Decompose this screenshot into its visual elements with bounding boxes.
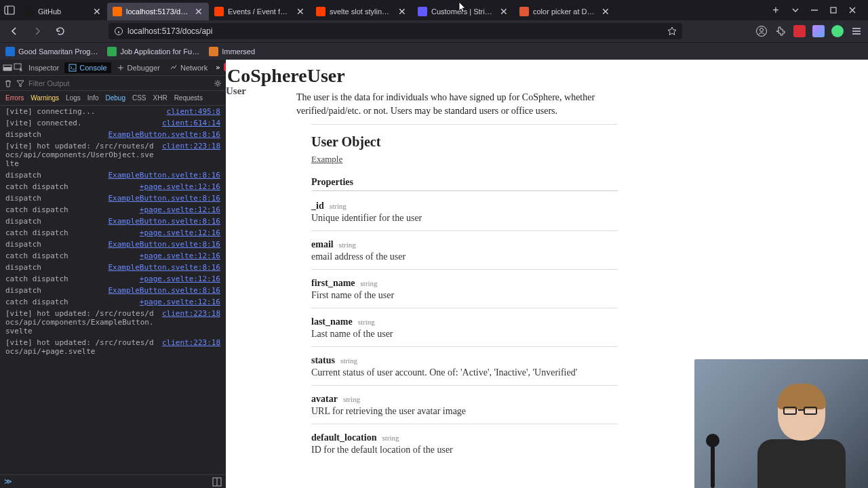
tab-inspector[interactable]: Inspector — [24, 62, 63, 73]
log-row[interactable]: dispatchExampleButton.svelte:8:16 — [0, 192, 226, 204]
log-row[interactable]: catch dispatch+page.svelte:12:16 — [0, 204, 226, 216]
log-row[interactable]: catch dispatch+page.svelte:12:16 — [0, 181, 226, 192]
bookmark-item[interactable]: Job Application for Fu… — [107, 47, 199, 56]
property-row: statusstringCurrent status of user accou… — [311, 347, 618, 386]
tab-close-icon[interactable]: ✕ — [92, 7, 102, 16]
url-field[interactable]: localhost:5173/docs/api — [108, 23, 682, 39]
new-tab-button[interactable]: + — [768, 2, 784, 18]
log-source-link[interactable]: ExampleButton.svelte:8:16 — [108, 286, 220, 295]
tab-label: GitHub — [38, 7, 88, 16]
log-source-link[interactable]: +page.svelte:12:16 — [140, 298, 220, 306]
filter-input[interactable] — [28, 79, 210, 87]
prop-name: email — [311, 239, 334, 249]
sidebar-toggle-icon[interactable] — [4, 5, 15, 16]
forward-button[interactable] — [28, 22, 46, 40]
trash-icon[interactable] — [4, 79, 12, 87]
log-cat-errors[interactable]: Errors — [5, 94, 24, 102]
minimize-icon[interactable] — [810, 5, 819, 15]
log-row[interactable]: [vite] hot updated: /src/routes/docs/api… — [0, 337, 226, 357]
log-row[interactable]: [vite] hot updated: /src/routes/docs/api… — [0, 308, 226, 337]
site-info-icon[interactable] — [114, 26, 123, 36]
log-source-link[interactable]: ExampleButton.svelte:8:16 — [108, 130, 220, 139]
tab-4[interactable]: Customers | Stripe API Re✕ — [412, 3, 514, 20]
log-source-link[interactable]: ExampleButton.svelte:8:16 — [108, 171, 220, 180]
tab-network[interactable]: Network — [165, 62, 212, 73]
split-console-icon[interactable] — [212, 477, 222, 487]
log-row[interactable]: [vite] hot updated: /src/routes/docs/api… — [0, 140, 226, 169]
log-source-link[interactable]: client:614:14 — [162, 119, 220, 127]
maximize-icon[interactable] — [829, 5, 838, 15]
tab-close-icon[interactable]: ✕ — [601, 7, 610, 16]
log-row[interactable]: dispatchExampleButton.svelte:8:16 — [0, 129, 226, 140]
log-source-link[interactable]: ExampleButton.svelte:8:16 — [108, 217, 220, 226]
tab-2[interactable]: Events / Event forwarding✕ — [209, 3, 311, 20]
log-row[interactable]: catch dispatch+page.svelte:12:16 — [0, 273, 226, 285]
bookmark-star-icon[interactable] — [667, 26, 677, 36]
log-row[interactable]: catch dispatch+page.svelte:12:16 — [0, 227, 226, 239]
reload-button[interactable] — [52, 22, 69, 40]
log-cat-logs[interactable]: Logs — [66, 94, 81, 102]
devtools-log[interactable]: [vite] connecting...client:495:8[vite] c… — [0, 106, 226, 474]
log-source-link[interactable]: +page.svelte:12:16 — [140, 228, 220, 237]
example-link[interactable]: Example — [311, 154, 342, 164]
log-source-link[interactable]: client:223:18 — [162, 309, 220, 336]
dt-overflow-icon[interactable]: » — [213, 63, 222, 73]
log-cat-requests[interactable]: Requests — [174, 94, 203, 102]
ext-green-icon[interactable] — [831, 25, 844, 37]
filter-icon[interactable] — [16, 79, 24, 87]
log-row[interactable]: dispatchExampleButton.svelte:8:16 — [0, 169, 226, 181]
tab-favicon — [316, 7, 326, 16]
close-window-icon[interactable] — [848, 5, 857, 15]
log-row[interactable]: catch dispatch+page.svelte:12:16 — [0, 296, 226, 308]
log-source-link[interactable]: +page.svelte:12:16 — [140, 182, 220, 191]
log-source-link[interactable]: client:495:8 — [167, 107, 220, 116]
tab-3[interactable]: svelte slot styling at DuckD✕ — [311, 3, 412, 20]
tab-close-icon[interactable]: ✕ — [397, 7, 407, 16]
console-prompt[interactable]: ≫ — [0, 474, 226, 488]
log-row[interactable]: [vite] connected.client:614:14 — [0, 117, 226, 129]
tabs-dropdown-icon[interactable] — [791, 5, 800, 15]
log-source-link[interactable]: client:223:18 — [162, 142, 220, 168]
log-source-link[interactable]: ExampleButton.svelte:8:16 — [108, 263, 220, 272]
settings-icon[interactable] — [214, 79, 222, 87]
object-heading: User Object — [311, 134, 618, 150]
ext-red-icon[interactable] — [793, 25, 806, 37]
tab-5[interactable]: color picker at DuckDuckG✕ — [514, 3, 616, 20]
log-row[interactable]: [vite] connecting...client:495:8 — [0, 106, 226, 117]
tab-favicon — [214, 7, 224, 16]
ext-purple-icon[interactable] — [812, 25, 825, 37]
log-row[interactable]: dispatchExampleButton.svelte:8:16 — [0, 239, 226, 250]
tab-close-icon[interactable]: ✕ — [296, 7, 305, 16]
dt-pick-icon[interactable] — [14, 63, 23, 73]
log-cat-xhr[interactable]: XHR — [153, 94, 167, 102]
extensions-icon[interactable] — [774, 25, 787, 37]
log-cat-debug[interactable]: Debug — [105, 94, 125, 102]
bookmark-item[interactable]: Good Samaritan Prog… — [5, 47, 98, 56]
log-cat-info[interactable]: Info — [87, 94, 99, 102]
tab-debugger[interactable]: Debugger — [113, 62, 164, 73]
doc-description: The user is the data for individuals who… — [296, 91, 622, 117]
app-menu-icon[interactable] — [850, 25, 863, 37]
log-row[interactable]: dispatchExampleButton.svelte:8:16 — [0, 285, 226, 296]
log-source-link[interactable]: ExampleButton.svelte:8:16 — [108, 240, 220, 249]
dt-dock-icon[interactable] — [3, 63, 12, 73]
log-row[interactable]: dispatchExampleButton.svelte:8:16 — [0, 262, 226, 273]
log-cat-warnings[interactable]: Warnings — [31, 94, 59, 102]
log-row[interactable]: dispatchExampleButton.svelte:8:16 — [0, 216, 226, 227]
log-source-link[interactable]: +page.svelte:12:16 — [140, 251, 220, 260]
url-text[interactable]: localhost:5173/docs/api — [127, 26, 663, 36]
back-button[interactable] — [5, 22, 23, 40]
log-source-link[interactable]: +page.svelte:12:16 — [140, 274, 220, 283]
log-row[interactable]: catch dispatch+page.svelte:12:16 — [0, 250, 226, 262]
log-source-link[interactable]: client:223:18 — [162, 338, 220, 356]
tab-1[interactable]: localhost:5173/docs/api✕ — [107, 3, 209, 20]
tab-close-icon[interactable]: ✕ — [499, 7, 509, 16]
account-icon[interactable] — [755, 25, 768, 37]
tab-0[interactable]: GitHub✕ — [19, 3, 107, 20]
log-cat-css[interactable]: CSS — [132, 94, 146, 102]
bookmark-item[interactable]: Immersed — [209, 47, 255, 56]
tab-console[interactable]: Console — [64, 62, 111, 73]
tab-close-icon[interactable]: ✕ — [194, 7, 203, 16]
log-source-link[interactable]: ExampleButton.svelte:8:16 — [108, 194, 220, 203]
log-source-link[interactable]: +page.svelte:12:16 — [140, 205, 220, 214]
